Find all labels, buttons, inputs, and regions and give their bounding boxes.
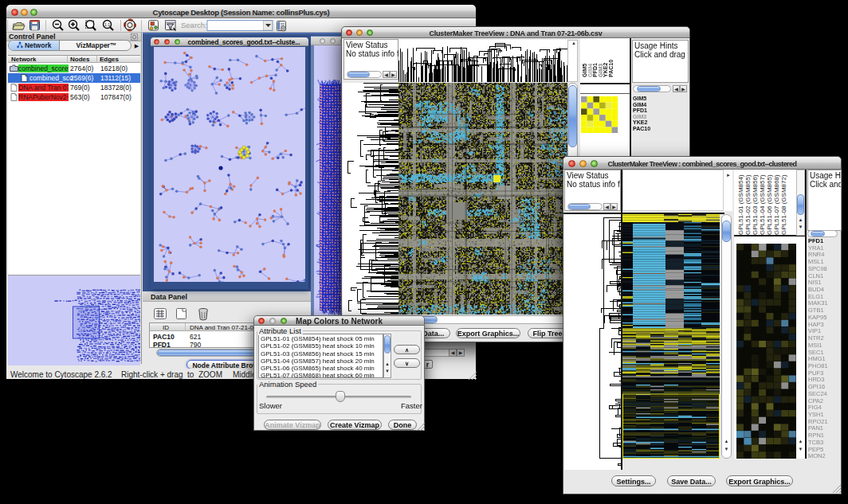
svg-text:Search:: Search: xyxy=(181,21,207,29)
svg-text:1:1: 1:1 xyxy=(104,22,110,27)
